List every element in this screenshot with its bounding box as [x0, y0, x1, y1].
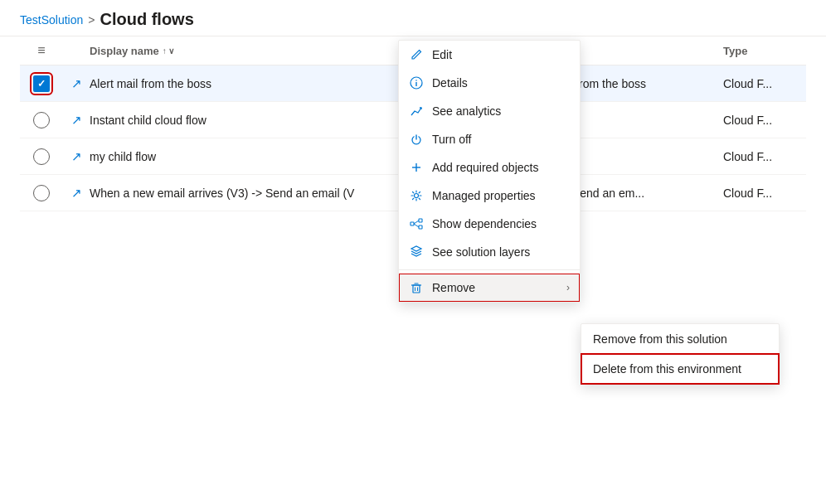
info-icon	[409, 75, 424, 90]
type-text: Cloud F...	[723, 77, 772, 90]
flow-icon-cell: ↗	[63, 76, 90, 91]
checkbox-unchecked[interactable]	[33, 112, 50, 128]
menu-item-turnoff[interactable]: Turn off	[399, 125, 580, 153]
svg-point-2	[415, 80, 417, 81]
flow-icon-cell: ↗	[63, 149, 90, 164]
checkbox-checked[interactable]: ✓	[33, 75, 50, 92]
svg-point-5	[415, 194, 419, 198]
sub-menu-item-label: Delete from this environment	[593, 362, 741, 376]
svg-line-9	[414, 220, 419, 224]
type-cell: Cloud F...	[723, 150, 806, 163]
sub-menu-item-remove-solution[interactable]: Remove from this solution	[581, 324, 779, 354]
menu-item-label: Edit	[432, 48, 452, 61]
type-cell: Cloud F...	[723, 187, 806, 200]
menu-item-solution-layers[interactable]: See solution layers	[399, 238, 580, 266]
display-name-text: my child flow	[90, 150, 156, 163]
menu-item-label: See solution layers	[432, 245, 530, 259]
svg-rect-11	[413, 285, 420, 293]
chevron-right-icon: ›	[566, 282, 570, 293]
breadcrumb-separator: >	[88, 13, 95, 27]
menu-item-analytics[interactable]: See analytics	[399, 97, 580, 125]
page-wrapper: TestSolution > Cloud flows ≡ Display nam…	[0, 0, 826, 504]
menu-item-label: Show dependencies	[432, 217, 537, 230]
svg-rect-7	[419, 219, 422, 222]
flow-icon: ↗	[71, 113, 82, 128]
filter-icon: ≡	[37, 43, 45, 58]
sort-indicator: ↑ ∨	[163, 46, 174, 56]
sub-menu-item-delete-env[interactable]: Delete from this environment	[581, 354, 779, 384]
flow-icon-cell: ↗	[63, 113, 90, 128]
power-icon	[409, 132, 424, 147]
menu-item-label: Managed properties	[432, 189, 536, 202]
menu-item-label: See analytics	[432, 104, 501, 118]
deps-icon	[409, 216, 424, 231]
pencil-icon	[409, 47, 424, 62]
sub-menu-item-label: Remove from this solution	[593, 332, 727, 346]
flow-icon: ↗	[71, 186, 82, 201]
menu-item-managed[interactable]: Managed properties	[399, 182, 580, 210]
flow-icon-cell: ↗	[63, 186, 90, 201]
checkmark-icon: ✓	[37, 78, 46, 90]
menu-item-edit[interactable]: Edit	[399, 41, 580, 69]
type-text: Cloud F...	[723, 150, 772, 163]
sub-menu: Remove from this solution Delete from th…	[581, 323, 780, 385]
gear-icon	[409, 188, 424, 203]
svg-line-10	[414, 224, 419, 227]
type-text: Cloud F...	[723, 114, 772, 127]
type-text: Cloud F...	[723, 187, 772, 200]
trash-icon	[409, 280, 424, 295]
breadcrumb: TestSolution > Cloud flows	[0, 0, 826, 36]
display-name-text: Instant child cloud flow	[90, 114, 206, 127]
checkbox-cell[interactable]: ✓	[20, 75, 63, 92]
layers-icon	[409, 245, 424, 259]
context-menu: Edit Details See analytics	[398, 40, 581, 303]
page-title: Cloud flows	[100, 10, 193, 29]
displayname-label: Display name	[90, 45, 159, 57]
menu-item-dependencies[interactable]: Show dependencies	[399, 210, 580, 238]
checkbox-cell[interactable]	[20, 148, 63, 165]
chart-icon	[409, 104, 424, 119]
menu-item-label: Details	[432, 76, 468, 90]
menu-item-label: Add required objects	[432, 161, 538, 174]
breadcrumb-parent[interactable]: TestSolution	[20, 13, 83, 27]
menu-item-label: Remove	[432, 281, 475, 294]
checkbox-cell[interactable]	[20, 112, 63, 128]
type-cell: Cloud F...	[723, 77, 806, 90]
checkbox-cell[interactable]	[20, 185, 63, 201]
menu-item-details[interactable]: Details	[399, 69, 580, 97]
type-cell: Cloud F...	[723, 114, 806, 127]
flow-icon: ↗	[71, 149, 82, 164]
menu-item-add-objects[interactable]: Add required objects	[399, 153, 580, 182]
menu-divider	[399, 269, 580, 270]
checkbox-unchecked[interactable]	[33, 148, 50, 165]
type-label: Type	[723, 45, 747, 57]
display-name-text: When a new email arrives (V3) -> Send an…	[90, 187, 354, 200]
checkbox-unchecked[interactable]	[33, 185, 50, 201]
menu-item-label: Turn off	[432, 133, 471, 146]
header-type: Type	[723, 45, 806, 57]
header-check-col: ≡	[20, 43, 63, 58]
menu-item-remove[interactable]: Remove ›	[399, 274, 580, 302]
svg-rect-8	[419, 225, 422, 229]
svg-rect-6	[411, 222, 414, 225]
display-name-text: Alert mail from the boss	[90, 77, 211, 90]
flow-icon: ↗	[71, 76, 82, 91]
plus-icon	[409, 160, 424, 175]
